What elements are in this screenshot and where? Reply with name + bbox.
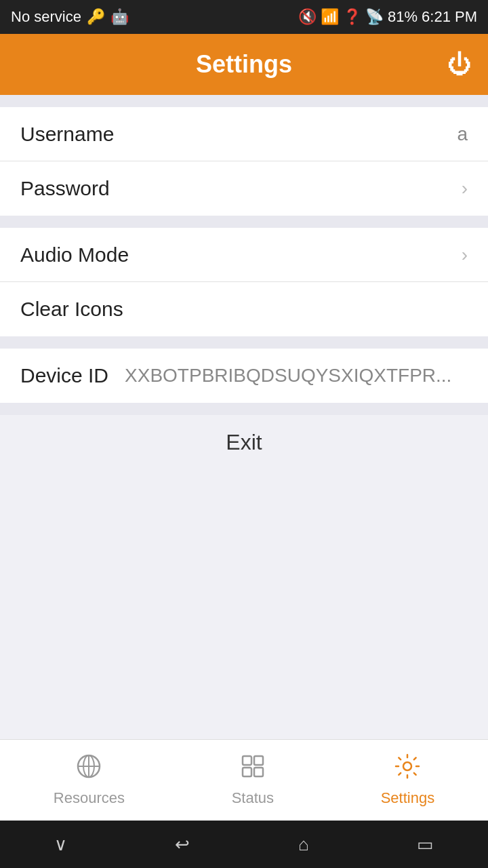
bottom-nav: Resources Status Settings (0, 739, 488, 821)
password-chevron-icon: › (462, 178, 468, 199)
device-id-value: XXBOTPBRIBQDSUQYSXIQXTFPR... (125, 365, 451, 387)
power-button[interactable]: ⏻ (447, 50, 472, 79)
svg-rect-6 (243, 768, 251, 776)
sys-nav-home[interactable]: ⌂ (298, 834, 309, 855)
wifi-icon: 📶 (321, 8, 339, 26)
username-label: Username (20, 123, 114, 146)
status-right: 🔇 📶 ❓ 📡 81% 6:21 PM (298, 8, 477, 26)
svg-point-8 (403, 762, 411, 770)
section-gap-top (0, 95, 488, 107)
sys-nav: ∨ ↩ ⌂ ▭ (0, 821, 488, 868)
exit-label: Exit (226, 430, 262, 455)
exit-section[interactable]: Exit (0, 415, 488, 469)
clear-icons-item[interactable]: Clear Icons (0, 282, 488, 336)
clear-icons-label: Clear Icons (20, 298, 123, 321)
nav-status[interactable]: Status (232, 753, 274, 807)
settings-icon (394, 753, 420, 785)
nav-resources-label: Resources (54, 789, 125, 807)
device-section: Device ID XXBOTPBRIBQDSUQYSXIQXTFPR... (0, 349, 488, 403)
sys-nav-back[interactable]: ↩ (175, 834, 190, 855)
sys-nav-down[interactable]: ∨ (54, 834, 67, 855)
username-item[interactable]: Username a (0, 107, 488, 161)
device-id-label: Device ID (20, 364, 108, 387)
status-left: No service 🔑 🤖 (11, 8, 129, 26)
svg-rect-7 (254, 768, 263, 776)
audio-mode-label: Audio Mode (20, 243, 129, 267)
password-item[interactable]: Password › (0, 161, 488, 216)
nav-settings-label: Settings (381, 789, 435, 807)
svg-rect-4 (243, 756, 251, 765)
time-text: 6:21 PM (422, 8, 477, 26)
unknown-icon: ❓ (343, 8, 361, 26)
android-icon: 🤖 (110, 8, 129, 26)
status-bar: No service 🔑 🤖 🔇 📶 ❓ 📡 81% 6:21 PM (0, 0, 488, 34)
svg-rect-5 (254, 756, 263, 765)
nav-status-label: Status (232, 789, 274, 807)
section-gap-device (0, 336, 488, 349)
exit-gap (0, 403, 488, 415)
sys-nav-recent[interactable]: ▭ (417, 834, 434, 855)
resources-icon (76, 753, 102, 785)
password-label: Password (20, 177, 110, 200)
mute-icon: 🔇 (298, 8, 317, 26)
page-title: Settings (196, 50, 292, 79)
key-icon: 🔑 (87, 8, 105, 26)
section-gap-audio (0, 216, 488, 228)
nav-resources[interactable]: Resources (54, 753, 125, 807)
username-value: a (457, 123, 468, 145)
carrier-text: No service (11, 8, 81, 26)
nav-settings[interactable]: Settings (381, 753, 435, 807)
audio-mode-chevron-icon: › (462, 244, 468, 266)
account-section: Username a Password › (0, 107, 488, 216)
device-id-item[interactable]: Device ID XXBOTPBRIBQDSUQYSXIQXTFPR... (0, 349, 488, 403)
signal-icon: 📡 (365, 8, 384, 26)
top-bar: Settings ⏻ (0, 34, 488, 95)
battery-text: 81% (388, 8, 418, 26)
audio-section: Audio Mode › Clear Icons (0, 228, 488, 336)
audio-mode-item[interactable]: Audio Mode › (0, 228, 488, 282)
status-icon (240, 753, 266, 785)
